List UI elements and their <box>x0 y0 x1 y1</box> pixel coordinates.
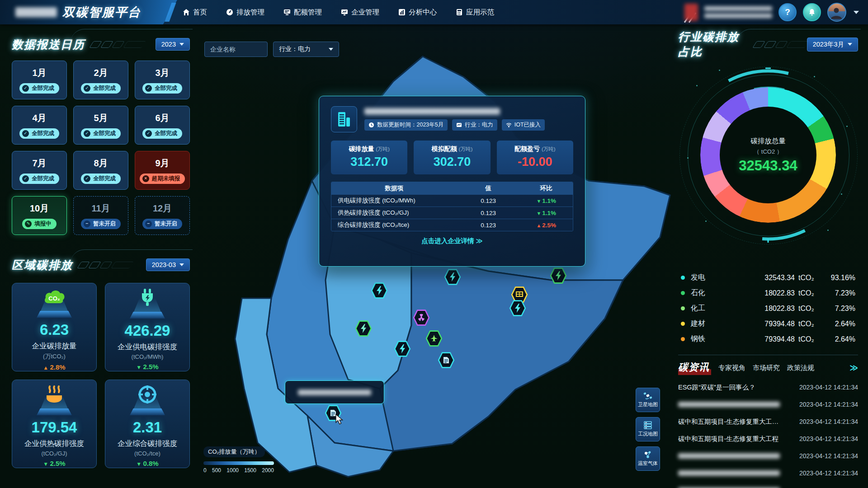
news-title: 碳资讯 <box>678 361 711 375</box>
metric-value: -10.00 <box>497 155 573 169</box>
satellite-map-button[interactable]: 卫星地图 <box>636 388 660 412</box>
regional-period-select[interactable]: 2023-03 <box>146 258 190 271</box>
nav-label: 配额管理 <box>294 8 322 17</box>
status-badge: −暂未开启 <box>142 219 182 229</box>
industry-tag: 行业：电力 <box>452 119 497 131</box>
news-header: 碳资讯 专家视角 市场研究 政策法规 ≫ <box>678 361 858 375</box>
stat-value: 426.29 <box>125 322 170 339</box>
regional-stats: CO₂ 6.23 企业碳排放量 (万tCO₂) 2.8% 426.29 企业供电… <box>12 283 190 468</box>
redacted-tooltip-text <box>298 389 371 395</box>
dashboard-root: 双碳智服平台 首页 排放管理 配额管理 企业管理 分析中心 <box>0 0 868 488</box>
co2-legend: CO₂排放量（万吨） 0500100015002000 <box>203 446 280 474</box>
status-badge: ✓全部完成 <box>81 83 121 94</box>
nav-item-demo[interactable]: 应用示范 <box>456 8 494 17</box>
news-list: ESG跟“双碳”是一回事么？ 2023-04-12 14:21:34 2023-… <box>678 379 858 488</box>
month-card-11[interactable]: 11月−暂未开启 <box>73 196 128 235</box>
chevron-down-icon[interactable] <box>854 11 859 14</box>
stat-delta: 2.8% <box>43 363 65 371</box>
notification-button[interactable] <box>803 3 821 21</box>
help-button[interactable]: ? <box>778 3 797 21</box>
month-card-4[interactable]: 4月✓全部完成 <box>12 106 67 145</box>
nav-item-quota[interactable]: 配额管理 <box>283 8 322 17</box>
home-icon <box>183 9 190 16</box>
company-tags: 数据更新时间：2023年5月 行业：电力 IOT已接入 <box>364 119 573 131</box>
svg-text:CO₂: CO₂ <box>48 295 60 302</box>
month-card-2[interactable]: 2月✓全部完成 <box>73 61 128 99</box>
check-icon: ✓ <box>22 85 29 92</box>
tab-expert-view[interactable]: 专家视角 <box>718 364 745 372</box>
title-decoration <box>79 262 132 268</box>
nav-label: 分析中心 <box>409 8 437 17</box>
stat-card-heat: 179.54 企业供热碳排强度 (tCO₂/GJ) 2.5% <box>12 380 97 468</box>
nav-label: 排放管理 <box>236 8 264 17</box>
legend-dot <box>681 291 685 295</box>
news-item[interactable]: 2023-04-12 14:21:34 <box>678 482 858 488</box>
chevron-down-icon <box>179 43 184 46</box>
month-card-7[interactable]: 7月✓全部完成 <box>12 151 67 190</box>
chevron-down-icon <box>179 263 184 266</box>
user-avatar[interactable] <box>827 3 846 22</box>
news-more-arrow[interactable]: ≫ <box>849 363 858 373</box>
status-badge: ✓全部完成 <box>19 83 59 94</box>
platform-title: 双碳智服平台 <box>62 4 141 20</box>
table-row: 综合碳排放强度 (tCO₂/tce) 0.123 2.5% <box>331 219 573 231</box>
legend-row-power: 发电 32543.34 tCO₂ 93.16% <box>681 273 855 282</box>
month-card-12[interactable]: 12月−暂未开启 <box>135 196 190 235</box>
condition-map-button[interactable]: 工况地图 <box>636 417 660 441</box>
iot-icon <box>506 122 512 128</box>
check-icon: ✓ <box>84 175 90 182</box>
nav-item-analysis[interactable]: 分析中心 <box>398 8 437 17</box>
news-item[interactable]: 2023-04-12 14:21:34 <box>678 465 858 482</box>
enterprise-detail-link[interactable]: 点击进入企业详情 ≫ <box>331 237 573 245</box>
check-icon: ✓ <box>84 85 90 92</box>
month-card-5[interactable]: 5月✓全部完成 <box>73 106 128 145</box>
stat-card-power: 426.29 企业供电碳排强度 (tCO₂/MWh) 2.5% <box>105 283 190 371</box>
nav-item-home[interactable]: 首页 <box>183 8 207 17</box>
tab-market-research[interactable]: 市场研究 <box>753 364 780 372</box>
nav-item-emission[interactable]: 排放管理 <box>226 8 264 17</box>
stat-value: 179.54 <box>32 419 77 436</box>
year-value: 2023 <box>161 41 176 48</box>
satellite-icon <box>643 392 652 400</box>
stat-unit: (tCO₂/GJ) <box>41 450 67 457</box>
stat-unit: (tCO₂/tce) <box>134 450 160 457</box>
minus-icon: − <box>84 221 90 227</box>
news-item-title: 碳中和五期项目-生态修复重大工程... <box>678 418 780 426</box>
legend-row-steel: 钢铁 79394.48 tCO₂ 2.64% <box>681 334 855 344</box>
stat-delta: 0.8% <box>136 460 158 467</box>
metric-balance: 配额盈亏 (万吨) -10.00 <box>497 141 573 174</box>
nav-item-enterprise[interactable]: 企业管理 <box>341 8 379 17</box>
check-icon: ✓ <box>145 130 152 137</box>
legend-dot <box>681 337 685 341</box>
news-panel: 碳资讯 专家视角 市场研究 政策法规 ≫ ESG跟“双碳”是一回事么？ 2023… <box>678 355 858 488</box>
industry-icon <box>456 122 462 128</box>
month-card-6[interactable]: 6月✓全部完成 <box>135 106 190 145</box>
metric-value: 302.70 <box>414 155 490 169</box>
news-item[interactable]: 碳中和五期项目-生态修复重大工程... 2023-04-12 14:21:34 <box>678 413 858 430</box>
news-item[interactable]: 2023-04-12 14:21:34 <box>678 396 858 413</box>
check-icon: ✓ <box>145 85 152 92</box>
month-card-8[interactable]: 8月✓全部完成 <box>73 151 128 190</box>
month-card-3[interactable]: 3月✓全部完成 <box>135 61 190 99</box>
calendar-year-select[interactable]: 2023 <box>156 38 190 51</box>
bolt-icon <box>399 344 406 353</box>
industry-period-select[interactable]: 2023年3月 <box>807 38 858 52</box>
regional-header: 区域碳排放 2023-03 <box>12 256 190 274</box>
title-decoration <box>91 41 144 48</box>
month-card-9[interactable]: 9月×超期未填报 <box>135 151 190 190</box>
news-item[interactable]: ESG跟“双碳”是一回事么？ 2023-04-12 14:21:34 <box>678 379 858 396</box>
news-item[interactable]: 2023-04-12 14:21:34 <box>678 447 858 465</box>
tab-policy[interactable]: 政策法规 <box>787 364 814 372</box>
redacted-logo <box>15 7 57 17</box>
document-icon <box>443 357 449 364</box>
status-badge: ✎填报中 <box>22 219 57 229</box>
card-icon <box>283 9 291 16</box>
month-card-10[interactable]: 10月✎填报中 <box>12 196 67 235</box>
stat-card-composite: 2.31 企业综合碳排强度 (tCO₂/tce) 0.8% <box>105 380 190 468</box>
month-card-1[interactable]: 1月✓全部完成 <box>12 61 67 99</box>
minus-icon: − <box>145 221 152 227</box>
mouse-cursor <box>335 414 344 425</box>
news-item-title: 碳中和五期项目-生态修复重大工程 <box>678 435 778 443</box>
news-item[interactable]: 碳中和五期项目-生态修复重大工程 2023-04-12 14:21:34 <box>678 430 858 447</box>
ghg-map-button[interactable]: 温室气体 <box>636 446 660 471</box>
